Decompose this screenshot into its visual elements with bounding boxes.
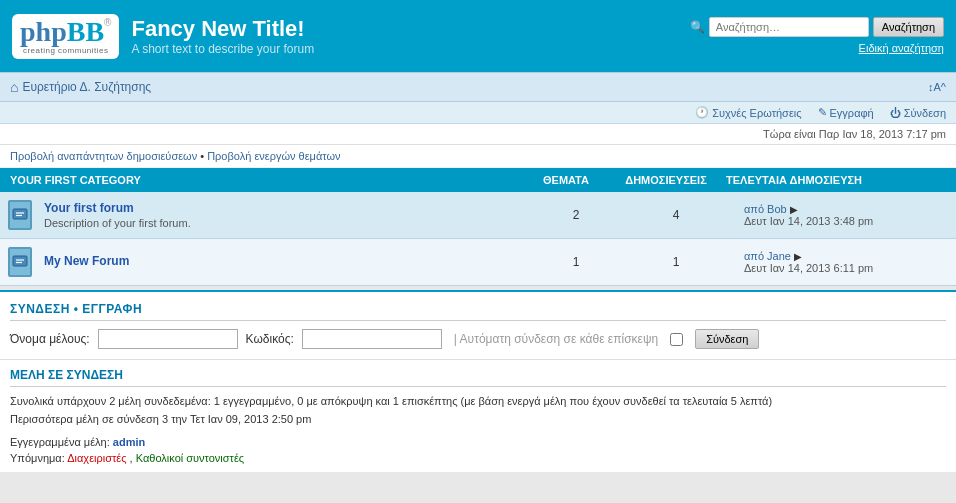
- logo-php: php: [20, 18, 67, 46]
- col-last-header: ΤΕΛΕΥΤΑΙΑ ΔΗΜΟΣΙΕΥΣΗ: [726, 174, 946, 186]
- breadcrumb-actions: ↕A^: [928, 81, 946, 93]
- registered-section: Εγγεγραμμένα μέλη: admin Υπόμνημα: Διαχε…: [10, 436, 946, 464]
- logo-subtitle: creating communities: [23, 46, 109, 55]
- search-button[interactable]: Αναζήτηση: [873, 17, 944, 37]
- table-row: Your first forum Description of your fir…: [0, 192, 956, 239]
- forum-lastpost: από Bob ▶ Δευτ Ιαν 14, 2013 3:48 pm: [736, 197, 956, 233]
- login-form: Όνομα μέλους: Κωδικός: | Αυτόματη σύνδεσ…: [10, 329, 946, 349]
- login-section-header: ΣΥΝΔΕΣΗ • ΕΓΓΡΑΦΗ: [10, 302, 946, 321]
- lastpost-date: Δευτ Ιαν 14, 2013 3:48 pm: [744, 215, 948, 227]
- admin-role-label: Διαχειριστές: [67, 452, 126, 464]
- forum-topics-count: 1: [536, 249, 616, 275]
- register-icon: ✎: [818, 106, 827, 119]
- registered-label: Εγγεγραμμένα μέλη:: [10, 436, 110, 448]
- moderator-role-label: Καθολικοί συντονιστές: [136, 452, 244, 464]
- header-right: 🔍 Αναζήτηση Ειδική αναζήτηση: [690, 17, 944, 55]
- username-input[interactable]: [98, 329, 238, 349]
- site-title-area: Fancy New Title! A short text to describ…: [131, 16, 314, 56]
- password-label: Κωδικός:: [246, 332, 294, 346]
- view-active-link[interactable]: Προβολή ενεργών θεμάτων: [207, 150, 340, 162]
- search-icon: 🔍: [690, 20, 705, 34]
- most-ever-line: Περισσότερα μέλη σε σύνδεση 3 την Τετ Ια…: [10, 411, 946, 429]
- forum-icon-cell: [0, 192, 40, 238]
- search-row: 🔍 Αναζήτηση: [690, 17, 944, 37]
- advanced-search-link[interactable]: Ειδική αναζήτηση: [859, 42, 944, 54]
- autologin-checkbox[interactable]: [670, 333, 683, 346]
- logo-box: php BB ® creating communities: [12, 14, 119, 59]
- site-tagline: A short text to describe your forum: [131, 42, 314, 56]
- lastpost-date: Δευτ Ιαν 14, 2013 6:11 pm: [744, 262, 948, 274]
- view-unanswered-link[interactable]: Προβολή αναπάντητων δημοσιεύσεων: [10, 150, 197, 162]
- password-input[interactable]: [302, 329, 442, 349]
- admin-user-link[interactable]: admin: [113, 436, 145, 448]
- login-button[interactable]: Σύνδεση: [695, 329, 759, 349]
- forum-posts-count: 1: [616, 249, 736, 275]
- view-links-bar: Προβολή αναπάντητων δημοσιεύσεων • Προβο…: [0, 145, 956, 168]
- breadcrumb-bar: ⌂ Ευρετήριο Δ. Συζήτησης ↕A^: [0, 72, 956, 102]
- forum-title-link[interactable]: Your first forum: [44, 201, 134, 215]
- logo-bb: BB: [67, 18, 104, 46]
- stats-line: Συνολικά υπάρχουν 2 μέλη συνδεδεμένα: 1 …: [10, 393, 946, 411]
- forum-lastpost: από Jane ▶ Δευτ Ιαν 14, 2013 6:11 pm: [736, 244, 956, 280]
- forum-info-cell: My New Forum: [40, 248, 536, 276]
- col-topics-header: ΘΕΜΑΤΑ: [526, 174, 606, 186]
- members-section: ΜΕΛΗ ΣΕ ΣΥΝΔΕΣΗ Συνολικά υπάρχουν 2 μέλη…: [0, 359, 956, 472]
- search-input[interactable]: [709, 17, 869, 37]
- category-header: YOUR FIRST CATEGORY ΘΕΜΑΤΑ ΔΗΜΟΣΙΕΥΣΕΙΣ …: [0, 168, 956, 192]
- quick-nav-bar: 🕐 Συχνές Ερωτήσεις ✎ Εγγραφή ⏻ Σύνδεση: [0, 102, 956, 124]
- home-icon: ⌂: [10, 79, 18, 95]
- svg-rect-0: [13, 209, 27, 219]
- forum-icon: [8, 200, 32, 230]
- datetime-text: Τώρα είναι Παρ Ιαν 18, 2013 7:17 pm: [763, 128, 946, 140]
- forum-icon: [8, 247, 32, 277]
- members-header: ΜΕΛΗ ΣΕ ΣΥΝΔΕΣΗ: [10, 368, 946, 387]
- font-resize-icon[interactable]: ↕A^: [928, 81, 946, 93]
- category-section: YOUR FIRST CATEGORY ΘΕΜΑΤΑ ΔΗΜΟΣΙΕΥΣΕΙΣ …: [0, 168, 956, 286]
- username-label: Όνομα μέλους:: [10, 332, 90, 346]
- site-title: Fancy New Title!: [131, 16, 314, 42]
- members-stats: Συνολικά υπάρχουν 2 μέλη συνδεδεμένα: 1 …: [10, 393, 946, 428]
- lastpost-by[interactable]: από Jane: [744, 250, 791, 262]
- forum-posts-count: 4: [616, 202, 736, 228]
- col-category-title: YOUR FIRST CATEGORY: [10, 174, 526, 186]
- col-posts-header: ΔΗΜΟΣΙΕΥΣΕΙΣ: [606, 174, 726, 186]
- svg-rect-4: [13, 256, 27, 266]
- faq-icon: 🕐: [695, 106, 709, 119]
- site-header: php BB ® creating communities Fancy New …: [0, 0, 956, 72]
- faq-link[interactable]: 🕐 Συχνές Ερωτήσεις: [695, 106, 801, 119]
- forum-info-cell: Your first forum Description of your fir…: [40, 195, 536, 235]
- forum-title-link[interactable]: My New Forum: [44, 254, 129, 268]
- table-row: My New Forum 1 1 από Jane ▶ Δευτ Ιαν 14,…: [0, 239, 956, 286]
- lastpost-by[interactable]: από Bob: [744, 203, 787, 215]
- view-latest-icon: ▶: [794, 251, 802, 262]
- forum-icon-cell: [0, 239, 40, 285]
- register-link[interactable]: ✎ Εγγραφή: [818, 106, 874, 119]
- legend-label: Υπόμνημα:: [10, 452, 65, 464]
- logo-reg: ®: [104, 18, 111, 28]
- autologin-text: | Αυτόματη σύνδεση σε κάθε επίσκεψη: [454, 332, 658, 346]
- view-latest-icon: ▶: [790, 204, 798, 215]
- forum-description: Description of your first forum.: [44, 217, 532, 229]
- login-section: ΣΥΝΔΕΣΗ • ΕΓΓΡΑΦΗ Όνομα μέλους: Κωδικός:…: [0, 290, 956, 359]
- login-icon: ⏻: [890, 107, 901, 119]
- breadcrumb-text[interactable]: Ευρετήριο Δ. Συζήτησης: [22, 80, 151, 94]
- logo-area: php BB ® creating communities Fancy New …: [12, 14, 314, 59]
- breadcrumb: ⌂ Ευρετήριο Δ. Συζήτησης: [10, 79, 151, 95]
- login-link[interactable]: ⏻ Σύνδεση: [890, 107, 946, 119]
- forum-topics-count: 2: [536, 202, 616, 228]
- datetime-bar: Τώρα είναι Παρ Ιαν 18, 2013 7:17 pm: [0, 124, 956, 145]
